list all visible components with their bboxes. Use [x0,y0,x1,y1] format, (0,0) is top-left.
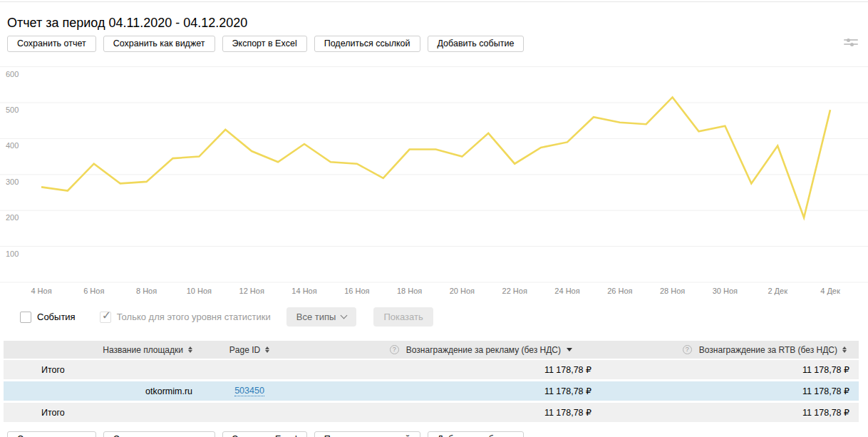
svg-text:500: 500 [6,106,19,114]
svg-text:28 Ноя: 28 Ноя [660,287,685,295]
svg-text:16 Ноя: 16 Ноя [344,287,369,295]
svg-text:400: 400 [6,141,19,150]
svg-text:100: 100 [6,250,19,258]
report-page: { "page": { "title": "Отчет за период 04… [0,0,868,437]
svg-text:300: 300 [6,178,19,186]
total-rtb-revenue-value: 11 178,78 ₽ [595,364,859,375]
event-types-dropdown[interactable]: Все типы [286,307,357,327]
svg-text:26 Ноя: 26 Ноя [607,287,632,295]
total-ad-revenue-value: 11 178,78 ₽ [306,407,595,418]
total-ad-revenue-value: 11 178,78 ₽ [306,364,595,375]
total-label: Итого [4,365,192,375]
chart-settings-sliders-icon[interactable] [844,37,858,47]
help-icon[interactable]: ? [390,345,399,354]
page-id-link[interactable]: 503450 [234,386,264,396]
site-name: otkormim.ru [4,386,192,396]
save-report-button[interactable]: Сохранить отчет [7,36,96,52]
svg-text:600: 600 [6,70,19,78]
page-title: Отчет за период 04.11.2020 - 04.12.2020 [7,16,247,31]
export-excel-button[interactable]: Экспорт в Excel [222,431,307,437]
events-controls-row: События ✓ Только для этого уровня статис… [20,307,433,327]
svg-text:14 Ноя: 14 Ноя [291,287,316,295]
level-only-checkbox-label: Только для этого уровня статистики [117,312,271,322]
share-link-button[interactable]: Поделиться ссылкой [314,431,420,437]
total-label: Итого [4,408,192,418]
svg-text:20 Ноя: 20 Ноя [450,287,475,295]
save-report-button[interactable]: Сохранить отчет [7,431,96,437]
svg-text:12 Ноя: 12 Ноя [239,287,264,295]
svg-text:200: 200 [6,213,19,222]
events-checkbox[interactable] [20,312,31,323]
share-link-button[interactable]: Поделиться ссылкой [314,36,420,52]
site-ad-revenue-value: 11 178,78 ₽ [306,386,595,396]
site-rtb-revenue-value: 11 178,78 ₽ [595,386,859,396]
svg-text:6 Ноя: 6 Ноя [83,287,104,295]
sort-icon[interactable] [265,346,269,353]
svg-text:2 Дек: 2 Дек [768,287,787,295]
column-header-rtb-revenue[interactable]: ? Вознаграждение за RTB (без НДС) [595,345,859,355]
level-only-checkbox[interactable]: ✓ [100,312,111,323]
checkmark-icon: ✓ [102,309,111,322]
sort-desc-icon[interactable] [567,348,572,351]
revenue-line-chart: 1002003004005006004 Ноя6 Ноя8 Ноя10 Ноя1… [0,57,868,299]
table-row-site[interactable]: otkormim.ru 503450 11 178,78 ₽ 11 178,78… [4,381,859,401]
add-event-button[interactable]: Добавить событие [428,36,525,52]
svg-text:30 Ноя: 30 Ноя [713,287,738,295]
column-header-site-name[interactable]: Название площадки [4,345,192,355]
help-icon[interactable]: ? [683,345,692,354]
table-header-row: Название площадки Page ID ? Вознагражден… [4,341,859,359]
column-header-page-id[interactable]: Page ID [192,345,306,355]
report-toolbar: Сохранить отчет Сохранить как виджет Экс… [7,36,524,52]
report-toolbar-bottom-clipped: Сохранить отчет Сохранить как виджет Экс… [7,431,524,437]
save-as-widget-button[interactable]: Сохранить как виджет [103,36,215,52]
svg-text:4 Ноя: 4 Ноя [31,287,51,295]
top-divider [0,1,868,2]
svg-text:10 Ноя: 10 Ноя [187,287,212,295]
event-types-dropdown-value: Все типы [296,312,336,322]
table-row-total-bottom[interactable]: Итого 11 178,78 ₽ 11 178,78 ₽ [4,403,859,422]
svg-text:18 Ноя: 18 Ноя [397,287,422,295]
events-checkbox-label: События [37,312,76,322]
save-as-widget-button[interactable]: Сохранить как виджет [103,431,215,437]
add-event-button[interactable]: Добавить событие [428,431,525,437]
show-button[interactable]: Показать [373,307,433,327]
svg-text:24 Ноя: 24 Ноя [554,287,579,295]
export-excel-button[interactable]: Экспорт в Excel [222,36,307,52]
svg-text:22 Ноя: 22 Ноя [502,287,527,295]
chevron-down-icon [341,312,348,319]
revenue-chart-area: 1002003004005006004 Ноя6 Ноя8 Ноя10 Ноя1… [0,57,868,299]
sort-icon[interactable] [842,346,847,353]
svg-text:4 Дек: 4 Дек [820,287,840,295]
platforms-table: Название площадки Page ID ? Вознагражден… [4,341,859,424]
table-row-total-top[interactable]: Итого 11 178,78 ₽ 11 178,78 ₽ [4,360,859,379]
svg-text:8 Ноя: 8 Ноя [136,287,157,295]
column-header-ad-revenue[interactable]: ? Вознаграждение за рекламу (без НДС) [306,345,595,355]
total-rtb-revenue-value: 11 178,78 ₽ [595,407,859,418]
